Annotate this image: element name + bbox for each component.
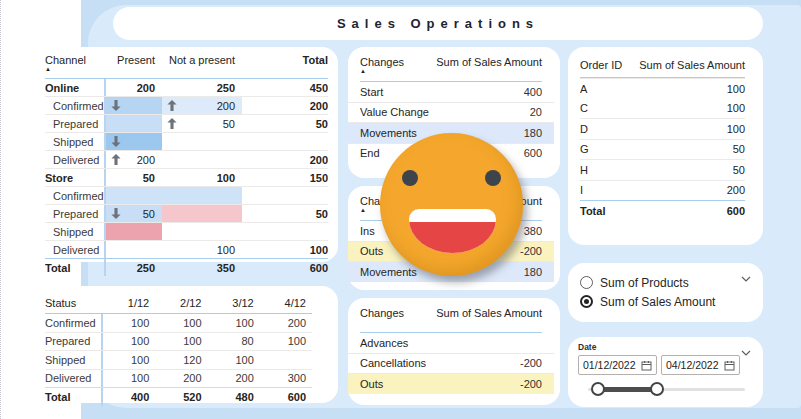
matrix-header-channel[interactable]: Channel ▲ bbox=[45, 55, 106, 72]
status-cell-value[interactable]: 200 bbox=[208, 372, 260, 384]
status-cell-value[interactable]: 600 bbox=[260, 391, 312, 403]
matrix-header-present[interactable]: Present bbox=[106, 55, 162, 66]
status-cell-value[interactable]: 100 bbox=[155, 317, 207, 329]
status-header-1-12[interactable]: 1/12 bbox=[103, 297, 155, 309]
status-header-2-12[interactable]: 2/12 bbox=[155, 297, 207, 309]
matrix-cell[interactable] bbox=[242, 223, 328, 240]
status-cell-value[interactable]: 100 bbox=[103, 317, 155, 329]
matrix-cell[interactable] bbox=[106, 97, 162, 114]
matrix-row[interactable]: Prepared5050 bbox=[45, 114, 328, 132]
matrix-cell[interactable]: 50 bbox=[242, 205, 328, 222]
matrix-row[interactable]: Delivered100100 bbox=[45, 240, 328, 258]
changes-header-label[interactable]: Changes bbox=[360, 307, 404, 332]
status-cell-value[interactable]: 100 bbox=[103, 354, 155, 366]
matrix-row[interactable]: Confirmed bbox=[45, 186, 328, 204]
orders-row[interactable]: H50 bbox=[580, 159, 745, 180]
status-cell-value[interactable]: 120 bbox=[155, 354, 207, 366]
matrix-cell[interactable] bbox=[162, 187, 242, 204]
matrix-cell[interactable]: 450 bbox=[242, 79, 328, 96]
matrix-cell[interactable]: 200 bbox=[242, 151, 328, 168]
slider-handle-end[interactable] bbox=[650, 382, 664, 396]
status-row[interactable]: Total400520480600 bbox=[45, 387, 312, 406]
changes-row[interactable]: Value Change20 bbox=[348, 102, 554, 123]
matrix-cell[interactable] bbox=[106, 187, 162, 204]
radio-option[interactable]: Sum of Sales Amount bbox=[580, 292, 753, 311]
matrix-cell[interactable]: 50 bbox=[106, 169, 162, 186]
matrix-cell[interactable] bbox=[242, 133, 328, 150]
matrix-cell[interactable]: 250 bbox=[162, 79, 242, 96]
changes-row[interactable]: Start400 bbox=[348, 82, 554, 102]
radio-unselected-icon[interactable] bbox=[580, 276, 593, 289]
matrix-cell[interactable]: 200 bbox=[106, 151, 162, 168]
matrix-row[interactable]: Total250350600 bbox=[45, 258, 328, 276]
changes-row[interactable]: Outs-200 bbox=[348, 373, 554, 394]
matrix-cell[interactable] bbox=[162, 205, 242, 222]
slider-handle-start[interactable] bbox=[591, 382, 605, 396]
orders-row[interactable]: I200 bbox=[580, 180, 745, 201]
matrix-cell[interactable]: 350 bbox=[162, 259, 242, 276]
matrix-cell[interactable]: 100 bbox=[242, 241, 328, 258]
matrix-cell[interactable]: 50 bbox=[162, 115, 242, 132]
matrix-cell[interactable] bbox=[242, 187, 328, 204]
chevron-down-icon[interactable] bbox=[741, 269, 751, 287]
status-row[interactable]: Prepared10010080100 bbox=[45, 332, 312, 351]
changes-header-value[interactable]: Sum of Sales Amount bbox=[436, 307, 542, 332]
matrix-row[interactable]: Prepared5050 bbox=[45, 204, 328, 222]
status-cell-value[interactable]: 300 bbox=[260, 372, 312, 384]
status-cell-value[interactable]: 480 bbox=[208, 391, 260, 403]
status-cell-value[interactable]: 80 bbox=[208, 335, 260, 347]
status-cell-value[interactable]: 100 bbox=[208, 354, 260, 366]
status-cell-value[interactable]: 200 bbox=[155, 372, 207, 384]
matrix-row[interactable]: Store50100150 bbox=[45, 168, 328, 186]
matrix-cell[interactable]: 150 bbox=[242, 169, 328, 186]
status-cell-value[interactable]: 100 bbox=[155, 335, 207, 347]
matrix-cell[interactable]: 50 bbox=[242, 115, 328, 132]
orders-row[interactable]: G50 bbox=[580, 139, 745, 160]
matrix-cell[interactable]: 50 bbox=[106, 205, 162, 222]
matrix-row[interactable]: Shipped bbox=[45, 222, 328, 240]
matrix-cell[interactable]: 100 bbox=[162, 241, 242, 258]
matrix-cell[interactable]: 200 bbox=[162, 97, 242, 114]
changes-header-label[interactable]: Changes▲ bbox=[360, 56, 404, 81]
matrix-header-not-a-present[interactable]: Not a present bbox=[162, 55, 242, 66]
changes-header-value[interactable]: Sum of Sales Amount bbox=[436, 56, 542, 81]
changes-row[interactable]: Cancellations-200 bbox=[348, 353, 554, 374]
slider-selected-range[interactable] bbox=[598, 387, 657, 392]
matrix-cell[interactable]: 600 bbox=[242, 259, 328, 276]
matrix-cell[interactable] bbox=[162, 133, 242, 150]
date-end-input[interactable]: 04/12/2022 bbox=[661, 355, 740, 375]
matrix-cell[interactable]: 250 bbox=[106, 259, 162, 276]
matrix-row[interactable]: Shipped bbox=[45, 132, 328, 150]
matrix-cell[interactable]: 200 bbox=[106, 79, 162, 96]
orders-header-sum[interactable]: Sum of Sales Amount bbox=[639, 59, 745, 71]
status-cell-value[interactable]: 100 bbox=[103, 372, 155, 384]
matrix-cell[interactable] bbox=[106, 115, 162, 132]
orders-row[interactable]: D100 bbox=[580, 118, 745, 139]
matrix-cell[interactable]: 100 bbox=[162, 169, 242, 186]
matrix-cell[interactable]: 200 bbox=[242, 97, 328, 114]
orders-row[interactable]: A100 bbox=[580, 78, 745, 99]
matrix-cell[interactable] bbox=[106, 223, 162, 240]
matrix-cell[interactable] bbox=[162, 151, 242, 168]
date-start-input[interactable]: 01/12/2022 bbox=[578, 355, 657, 375]
status-row[interactable]: Confirmed100100100200 bbox=[45, 314, 312, 332]
matrix-cell[interactable] bbox=[162, 223, 242, 240]
matrix-row[interactable]: Online200250450 bbox=[45, 79, 328, 96]
matrix-cell[interactable] bbox=[106, 241, 162, 258]
matrix-row[interactable]: Confirmed200200 bbox=[45, 96, 328, 114]
status-cell-value[interactable]: 100 bbox=[103, 335, 155, 347]
status-cell-value[interactable]: 520 bbox=[155, 391, 207, 403]
status-cell-value[interactable]: 100 bbox=[208, 317, 260, 329]
matrix-cell[interactable] bbox=[106, 133, 162, 150]
matrix-header-total[interactable]: Total bbox=[242, 55, 328, 66]
status-row[interactable]: Delivered100200200300 bbox=[45, 369, 312, 388]
status-header-4-12[interactable]: 4/12 bbox=[260, 297, 312, 309]
radio-option[interactable]: Sum of Products bbox=[580, 273, 753, 292]
status-cell-value[interactable]: 400 bbox=[103, 391, 155, 403]
chevron-down-icon[interactable] bbox=[741, 343, 751, 361]
matrix-row[interactable]: Delivered200200 bbox=[45, 150, 328, 168]
orders-header-order-id[interactable]: Order ID bbox=[580, 59, 622, 71]
status-cell-value[interactable]: 100 bbox=[260, 335, 312, 347]
status-header-3-12[interactable]: 3/12 bbox=[208, 297, 260, 309]
changes-row[interactable]: Advances bbox=[348, 333, 554, 353]
